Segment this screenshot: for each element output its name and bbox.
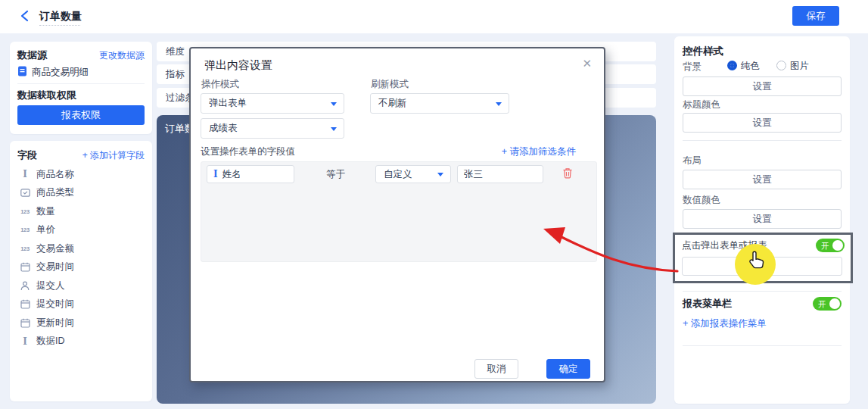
- close-icon[interactable]: ✕: [582, 57, 592, 70]
- calendar-icon: [19, 318, 31, 328]
- select-icon: [19, 188, 31, 198]
- number-icon: 123: [19, 208, 31, 215]
- layout-label: 布局: [683, 155, 702, 167]
- operation-mode-select[interactable]: 弹出表单: [201, 93, 344, 114]
- title-color-label: 标题颜色: [683, 98, 720, 111]
- text-icon: I: [19, 169, 31, 180]
- field-row[interactable]: 交易时间: [19, 258, 148, 277]
- delete-icon[interactable]: [562, 167, 573, 182]
- divider: [17, 83, 145, 84]
- field-row[interactable]: 123 交易金额: [19, 239, 148, 258]
- field-name-input[interactable]: I姓名: [207, 165, 294, 183]
- calendar-icon: [19, 262, 31, 272]
- number-icon: 123: [19, 226, 31, 233]
- toggle-knob: [832, 240, 843, 251]
- control-style-card: 控件样式 背景 纯色 图片 设置 标题颜色 设置 布局 设置 数值颜色 设置: [674, 36, 850, 404]
- report-menu-toggle[interactable]: 开: [813, 297, 842, 311]
- background-setting-button[interactable]: 设置: [683, 76, 842, 96]
- field-values-panel: I姓名 等于 自定义 张三: [201, 161, 597, 262]
- field-list: I 商品名称 商品类型 123 数量 123 单价 123 交易金额: [19, 165, 148, 351]
- modal-title: 弹出内容设置: [204, 58, 272, 73]
- text-icon: I: [213, 169, 218, 180]
- add-report-menu-link[interactable]: + 添加报表操作菜单: [683, 317, 767, 330]
- operation-target-select[interactable]: 成绩表: [201, 118, 344, 139]
- save-button[interactable]: 保存: [792, 6, 839, 26]
- operation-mode-label: 操作模式: [201, 78, 239, 91]
- title-underline: [39, 25, 80, 26]
- value-color-setting-button[interactable]: 设置: [683, 209, 842, 229]
- chevron-down-icon: [496, 102, 502, 106]
- calendar-icon: [19, 299, 31, 309]
- value-type-select[interactable]: 自定义: [375, 165, 451, 183]
- divider: [683, 291, 842, 292]
- background-label: 背景: [683, 61, 702, 73]
- confirm-button[interactable]: 确定: [546, 359, 590, 379]
- value-color-label: 数值颜色: [683, 194, 720, 207]
- back-icon[interactable]: [20, 10, 30, 22]
- chevron-down-icon: [331, 102, 337, 106]
- add-calc-field-link[interactable]: + 添加计算字段: [82, 149, 145, 162]
- chevron-down-icon: [331, 127, 337, 131]
- toggle-knob: [829, 298, 840, 309]
- fields-card: 字段 + 添加计算字段 I 商品名称 商品类型 123 数量 123 单价: [10, 141, 152, 401]
- hand-cursor-icon: [747, 250, 767, 271]
- title-color-setting-button[interactable]: 设置: [683, 113, 842, 133]
- radio-image[interactable]: 图片: [776, 60, 809, 73]
- change-datasource-link[interactable]: 更改数据源: [99, 49, 145, 62]
- field-row[interactable]: 123 单价: [19, 221, 148, 240]
- radio-selected-icon: [727, 61, 737, 70]
- report-designer-page: 订单数量 保存 数据源 更改数据源 商品交易明细 数据获取权限 报表权限 字段 …: [0, 0, 868, 409]
- chevron-down-icon: [437, 173, 443, 176]
- field-row[interactable]: 提交时间: [19, 295, 148, 314]
- radio-unselected-icon: [776, 61, 786, 70]
- document-icon: [17, 66, 27, 79]
- popup-content-settings-modal: 弹出内容设置 ✕ 操作模式 弹出表单 成绩表 刷新模式 不刷新 设置操作表单的字…: [189, 47, 605, 382]
- refresh-mode-label: 刷新模式: [371, 78, 409, 91]
- report-permission-button[interactable]: 报表权限: [17, 105, 145, 125]
- page-title: 订单数量: [39, 10, 82, 23]
- datasource-title: 数据源: [17, 48, 47, 62]
- permission-title: 数据获取权限: [17, 89, 76, 102]
- report-menu-label: 报表菜单栏: [683, 297, 732, 311]
- field-values-label: 设置操作表单的字段值: [201, 145, 295, 158]
- popup-binding-toggle[interactable]: 开: [816, 239, 845, 252]
- text-icon: I: [19, 336, 31, 347]
- cancel-button[interactable]: 取消: [474, 359, 518, 379]
- person-icon: [19, 281, 31, 291]
- add-filter-condition-link[interactable]: + 请添加筛选条件: [502, 145, 576, 158]
- control-style-title: 控件样式: [683, 45, 723, 58]
- datasource-item[interactable]: 商品交易明细: [17, 66, 89, 79]
- fields-title: 字段: [17, 148, 37, 162]
- field-row[interactable]: 更新时间: [19, 314, 148, 333]
- layout-setting-button[interactable]: 设置: [683, 170, 842, 189]
- field-row[interactable]: I 商品名称: [19, 165, 148, 184]
- divider: [683, 140, 842, 141]
- number-icon: 123: [19, 245, 31, 252]
- radio-solid-color[interactable]: 纯色: [727, 60, 760, 73]
- operator-label: 等于: [326, 168, 345, 181]
- field-row[interactable]: I 数据ID: [19, 333, 148, 351]
- datasource-card: 数据源 更改数据源 商品交易明细 数据获取权限 报表权限: [10, 42, 152, 134]
- divider: [683, 345, 842, 346]
- refresh-mode-select[interactable]: 不刷新: [370, 93, 509, 114]
- value-input[interactable]: 张三: [457, 165, 543, 183]
- field-row[interactable]: 123 数量: [19, 202, 148, 221]
- topbar: 订单数量 保存: [0, 0, 868, 33]
- field-row[interactable]: 商品类型: [19, 184, 148, 203]
- field-row[interactable]: 提交人: [19, 276, 148, 295]
- background-radio-group: 纯色 图片: [727, 60, 809, 73]
